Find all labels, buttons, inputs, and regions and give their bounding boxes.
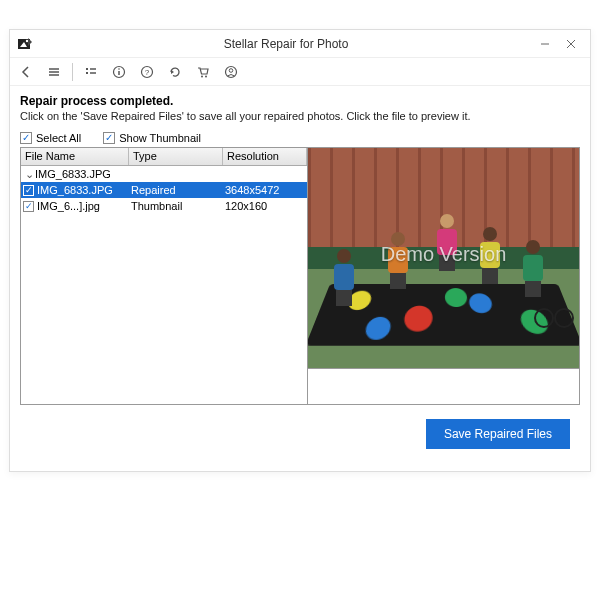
user-icon[interactable] — [221, 62, 241, 82]
watermark-text: Demo Version — [381, 242, 507, 265]
footer: Save Repaired Files — [20, 405, 580, 449]
toolbar: ? — [10, 58, 590, 86]
svg-point-20 — [205, 75, 207, 77]
table-row-parent[interactable]: ⌄ IMG_6833.JPG — [21, 166, 307, 182]
close-button[interactable] — [558, 33, 584, 55]
titlebar: Stellar Repair for Photo — [10, 30, 590, 58]
list-icon[interactable] — [81, 62, 101, 82]
header-resolution[interactable]: Resolution — [223, 148, 307, 165]
main-panel: File Name Type Resolution ⌄ IMG_6833.JPG… — [20, 147, 580, 405]
svg-rect-10 — [86, 72, 88, 74]
table-body: ⌄ IMG_6833.JPG IMG_6833.JPG Repaired 364… — [21, 166, 307, 214]
row-checkbox[interactable] — [23, 185, 34, 196]
svg-point-15 — [118, 68, 120, 70]
table-header: File Name Type Resolution — [21, 148, 307, 166]
expand-icon[interactable]: ⌄ — [23, 168, 35, 181]
refresh-icon[interactable] — [165, 62, 185, 82]
preview-panel: Demo Version — [308, 148, 579, 404]
svg-text:?: ? — [145, 68, 150, 77]
svg-rect-9 — [86, 68, 88, 70]
preview-footer-strip — [308, 368, 579, 404]
row-type: Thumbnail — [131, 200, 225, 212]
menu-icon[interactable] — [44, 62, 64, 82]
table-row[interactable]: IMG_6833.JPG Repaired 3648x5472 — [21, 182, 307, 198]
select-all-label: Select All — [36, 132, 81, 144]
photo-bicycle — [534, 302, 574, 328]
content-area: Repair process completed. Click on the '… — [10, 86, 590, 449]
svg-marker-18 — [171, 70, 174, 74]
app-logo-icon — [16, 35, 34, 53]
row-resolution: 3648x5472 — [225, 184, 307, 196]
header-type[interactable]: Type — [129, 148, 223, 165]
svg-point-22 — [229, 68, 233, 72]
row-filename: IMG_6833.JPG — [37, 184, 113, 196]
svg-point-2 — [26, 39, 28, 41]
back-button[interactable] — [16, 62, 36, 82]
options-row: Select All Show Thumbnail — [20, 132, 580, 144]
save-repaired-files-button[interactable]: Save Repaired Files — [426, 419, 570, 449]
checkbox-icon — [103, 132, 115, 144]
window-title: Stellar Repair for Photo — [40, 37, 532, 51]
header-filename[interactable]: File Name — [21, 148, 129, 165]
svg-point-19 — [201, 75, 203, 77]
help-icon[interactable]: ? — [137, 62, 157, 82]
photo-figure — [519, 240, 547, 296]
preview-image[interactable]: Demo Version — [308, 148, 579, 368]
parent-name: IMG_6833.JPG — [35, 168, 111, 180]
table-row[interactable]: IMG_6...].jpg Thumbnail 120x160 — [21, 198, 307, 214]
row-type: Repaired — [131, 184, 225, 196]
show-thumbnail-label: Show Thumbnail — [119, 132, 201, 144]
row-filename: IMG_6...].jpg — [37, 200, 100, 212]
show-thumbnail-checkbox[interactable]: Show Thumbnail — [103, 132, 201, 144]
app-window: Stellar Repair for Photo ? — [9, 29, 591, 472]
checkbox-icon — [20, 132, 32, 144]
photo-figure — [330, 249, 358, 305]
row-resolution: 120x160 — [225, 200, 307, 212]
info-icon[interactable] — [109, 62, 129, 82]
select-all-checkbox[interactable]: Select All — [20, 132, 81, 144]
page-subtext: Click on the 'Save Repaired Files' to sa… — [20, 110, 580, 122]
toolbar-separator — [72, 63, 73, 81]
minimize-button[interactable] — [532, 33, 558, 55]
page-heading: Repair process completed. — [20, 94, 580, 108]
file-table: File Name Type Resolution ⌄ IMG_6833.JPG… — [21, 148, 308, 404]
row-checkbox[interactable] — [23, 201, 34, 212]
cart-icon[interactable] — [193, 62, 213, 82]
